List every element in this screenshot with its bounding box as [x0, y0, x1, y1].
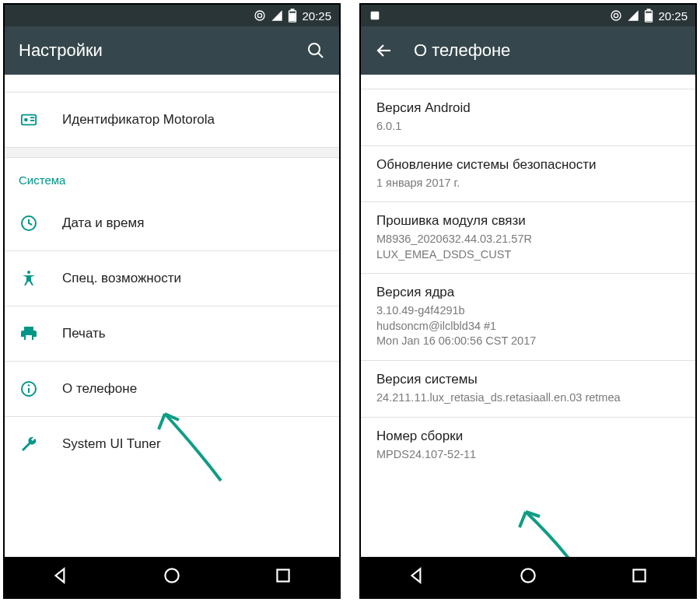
battery-icon [288, 9, 297, 23]
nav-back-button[interactable] [407, 565, 427, 589]
svg-point-12 [27, 271, 30, 274]
settings-item-label: Идентификатор Motorola [62, 112, 215, 128]
about-item-subtitle: MPDS24.107-52-11 [376, 447, 680, 463]
settings-item-label: Печать [62, 326, 106, 341]
svg-point-5 [309, 44, 320, 54]
settings-item-motorola-id[interactable]: Идентификатор Motorola [5, 93, 339, 147]
signal-icon [271, 9, 283, 22]
about-item-android-version[interactable]: Версия Android 6.0.1 [361, 89, 695, 145]
page-title: О телефоне [414, 40, 681, 61]
about-item-kernel[interactable]: Версия ядра 3.10.49-g4f4291b hudsoncm@il… [361, 274, 695, 360]
svg-rect-23 [648, 9, 651, 11]
svg-point-0 [255, 11, 264, 20]
annotation-arrow [509, 501, 602, 557]
svg-point-26 [521, 569, 534, 582]
svg-point-1 [258, 13, 262, 17]
about-item-system-version[interactable]: Версия системы 24.211.11.lux_retasia_ds.… [361, 361, 695, 417]
about-item-subtitle: 24.211.11.lux_retasia_ds.retasiaall.en.0… [376, 390, 680, 406]
page-title: Настройки [19, 40, 286, 61]
settings-item-about-phone[interactable]: О телефоне [5, 362, 339, 416]
about-item-subtitle: 6.0.1 [376, 119, 680, 135]
settings-item-print[interactable]: Печать [5, 306, 339, 361]
nav-recent-button[interactable] [273, 565, 293, 589]
settings-item-accessibility[interactable]: Спец. возможности [5, 251, 339, 306]
nav-home-button[interactable] [518, 565, 538, 589]
about-item-subtitle: 3.10.49-g4f4291b hudsoncm@ilclbld34 #1 M… [376, 303, 680, 349]
circle-icon [610, 9, 622, 22]
about-item-build-number[interactable]: Номер сборки MPDS24.107-52-11 [361, 418, 695, 474]
id-card-icon [19, 111, 39, 128]
settings-item-label: System UI Tuner [62, 436, 161, 452]
info-icon [19, 380, 39, 398]
svg-rect-4 [290, 13, 295, 20]
app-bar: О телефоне [361, 26, 695, 75]
status-time: 20:25 [302, 9, 331, 23]
status-bar: 20:25 [361, 5, 695, 26]
about-item-title: Версия ядра [376, 285, 680, 300]
about-item-baseband[interactable]: Прошивка модуля связи M8936_2020632.44.0… [361, 202, 695, 273]
about-item-title: Обновление системы безопасности [376, 157, 680, 173]
printer-icon [19, 324, 39, 343]
svg-point-20 [611, 11, 621, 20]
svg-point-17 [165, 569, 178, 582]
settings-item-datetime[interactable]: Дата и время [5, 196, 339, 250]
nav-recent-button[interactable] [629, 565, 649, 589]
screenshot-icon [369, 9, 381, 22]
cutoff-item: ………………………………… [361, 75, 695, 89]
search-icon[interactable] [306, 41, 325, 60]
svg-rect-19 [371, 12, 380, 20]
about-item-title: Номер сборки [376, 429, 680, 444]
svg-point-16 [28, 384, 30, 386]
nav-bar [5, 557, 339, 597]
about-item-title: Версия Android [376, 100, 680, 116]
about-item-security-patch[interactable]: Обновление системы безопасности 1 января… [361, 146, 695, 202]
nav-bar [361, 557, 695, 597]
back-arrow-icon[interactable] [375, 41, 394, 60]
settings-item-label: Спец. возможности [62, 271, 181, 286]
about-item-title: Прошивка модуля связи [376, 213, 680, 229]
svg-rect-3 [292, 9, 295, 11]
settings-content: Идентификатор Motorola Система Дата и вр… [5, 75, 339, 557]
about-item-subtitle: 1 января 2017 г. [376, 176, 680, 191]
wrench-icon [19, 435, 39, 453]
status-bar: 20:25 [5, 5, 339, 26]
svg-rect-27 [634, 569, 646, 581]
accessibility-icon [19, 269, 39, 288]
clock-icon [19, 214, 39, 233]
section-header-system: Система [5, 158, 339, 196]
settings-item-label: О телефоне [62, 381, 137, 397]
app-bar: Настройки [5, 26, 339, 75]
svg-rect-18 [278, 569, 289, 581]
battery-icon [644, 9, 653, 23]
about-item-subtitle: M8936_2020632.44.03.21.57R LUX_EMEA_DSDS… [376, 232, 680, 262]
signal-icon [627, 9, 639, 22]
circle-icon [254, 9, 266, 22]
phone-left: 20:25 Настройки Идентификатор Motorola С… [3, 3, 341, 599]
phone-right: 20:25 О телефоне ………………………………… Версия An… [359, 3, 697, 599]
about-item-title: Версия системы [376, 372, 680, 387]
svg-point-21 [614, 13, 618, 17]
nav-home-button[interactable] [162, 565, 182, 589]
nav-back-button[interactable] [51, 565, 71, 589]
about-content: ………………………………… Версия Android 6.0.1 Обнов… [361, 75, 695, 557]
svg-rect-24 [646, 13, 651, 20]
svg-line-6 [318, 53, 323, 58]
settings-item-system-ui-tuner[interactable]: System UI Tuner [5, 417, 339, 471]
svg-rect-13 [26, 335, 32, 340]
svg-point-8 [24, 118, 28, 122]
status-time: 20:25 [658, 9, 688, 23]
settings-item-label: Дата и время [62, 215, 144, 231]
